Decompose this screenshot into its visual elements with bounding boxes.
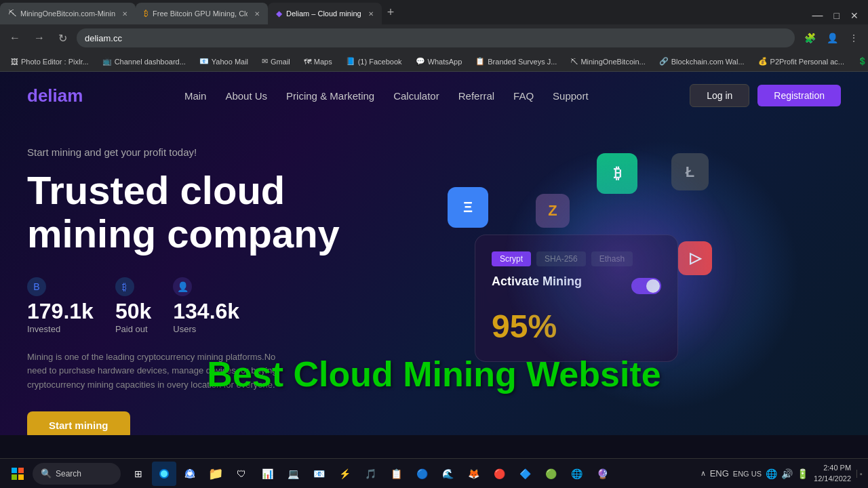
taskbar-clock[interactable]: 2:40 PM 12/14/2022 [814, 463, 851, 484]
register-button[interactable]: Registration [757, 85, 841, 106]
svg-point-5 [188, 472, 192, 476]
stat-paidout-value: 50k [115, 299, 151, 324]
tab-3-close[interactable]: ✕ [368, 10, 374, 18]
hero-title: Trusted cloud mining company [27, 169, 434, 256]
tabs-bar: ⛏ MiningOneBitcoin.com-Mining... ✕ ₿ Fre… [0, 0, 868, 24]
clock-time: 2:40 PM [814, 463, 851, 473]
taskbar-app-5[interactable]: 🛡 [229, 462, 254, 486]
taskbar-app-10[interactable]: 🎵 [358, 462, 382, 486]
nav-main[interactable]: Main [184, 90, 207, 102]
taskbar-app-7[interactable]: 💻 [281, 462, 305, 486]
taskbar-app-6[interactable]: 📊 [255, 462, 279, 486]
taskbar-app-17[interactable]: 🟢 [538, 462, 563, 486]
stat-users-icon: 👤 [173, 277, 192, 296]
settings-button[interactable]: ⋮ [845, 30, 863, 46]
clock-date: 12/14/2022 [814, 474, 851, 484]
taskbar-app-12[interactable]: 🔵 [410, 462, 434, 486]
network-icon: 🌐 [766, 468, 777, 479]
bookmark-maps[interactable]: 🗺Maps [298, 56, 338, 67]
taskbar-app-14[interactable]: 🦊 [461, 462, 486, 486]
bookmark-whatsapp[interactable]: 💬WhatsApp [410, 56, 468, 67]
ethereum-icon: Ξ [448, 187, 488, 228]
tab-3[interactable]: ◆ Deliam – Cloud mining ✕ [268, 3, 382, 24]
tron-icon: ▷ [678, 241, 712, 275]
minimize-button[interactable]: — [808, 7, 827, 24]
nav-faq[interactable]: FAQ [513, 90, 534, 102]
bookmark-facebook[interactable]: 📘(1) Facebook [340, 56, 408, 67]
script-tab-sha256[interactable]: SHA-256 [536, 251, 586, 266]
start-mining-button[interactable]: Start mining [27, 411, 130, 435]
nav-calculator[interactable]: Calculator [393, 90, 439, 102]
taskbar-edge[interactable] [152, 462, 176, 486]
taskbar-explorer[interactable]: 📁 [203, 462, 228, 486]
taskbar-search-box[interactable]: 🔍 Search [33, 463, 121, 485]
stats-row: B 179.1k Invested ₿ 50k Paid out 👤 134.6… [27, 277, 434, 334]
bookmark-adsense[interactable]: 💲Google AdSense [852, 56, 868, 67]
stat-paidout: ₿ 50k Paid out [115, 277, 151, 334]
svg-rect-0 [12, 468, 17, 473]
site-logo[interactable]: deliam [27, 85, 83, 106]
taskbar-app-18[interactable]: 🌐 [564, 462, 589, 486]
logo-colored: deli [27, 85, 58, 106]
taskbar-app-19[interactable]: 🔮 [590, 462, 614, 486]
taskbar-app-9[interactable]: ⚡ [332, 462, 357, 486]
bookmark-channel[interactable]: 📺Channel dashboard... [97, 56, 191, 67]
taskbar-search-icon: 🔍 [41, 468, 52, 479]
taskbar-apps: ⊞ 📁 🛡 📊 💻 📧 ⚡ 🎵 📋 🔵 🌊 🦊 🔴 🔷 🟢 🌐 🔮 [126, 462, 614, 486]
start-button[interactable] [5, 462, 30, 486]
nav-pricing[interactable]: Pricing & Marketing [286, 90, 374, 102]
bookmark-mining[interactable]: ⛏MiningOneBitcoin... [565, 56, 650, 67]
activate-mining-toggle[interactable] [631, 278, 661, 294]
nav-about[interactable]: About Us [225, 90, 267, 102]
tab-2-close[interactable]: ✕ [254, 10, 260, 18]
nav-icons: 🧩 👤 ⋮ [800, 30, 863, 46]
bookmark-pixlr[interactable]: 🖼Photo Editor : Pixlr... [5, 56, 94, 67]
bookmark-blockchain[interactable]: 🔗Blockchain.com Wal... [654, 56, 750, 67]
taskbar-app-11[interactable]: 📋 [384, 462, 408, 486]
tab-2[interactable]: ₿ Free Bitcoin GPU Mining, Cloud... ✕ [136, 3, 268, 24]
bookmark-gmail[interactable]: ✉Gmail [256, 56, 296, 67]
taskbar-search-text: Search [56, 469, 81, 479]
forward-button[interactable]: → [30, 29, 49, 47]
tab-1-favicon: ⛏ [8, 9, 16, 18]
nav-referral[interactable]: Referral [458, 90, 494, 102]
maximize-button[interactable]: □ [830, 7, 844, 24]
nav-support[interactable]: Support [553, 90, 589, 102]
lang-indicator[interactable]: ENG US [733, 470, 762, 478]
address-bar[interactable] [77, 28, 795, 47]
svg-rect-1 [18, 468, 24, 473]
bitcoin-icon: ₿ [597, 153, 637, 194]
bookmark-yahoo[interactable]: 📧Yahoo Mail [194, 56, 254, 67]
tab-2-favicon: ₿ [144, 9, 149, 18]
taskbar-app-8[interactable]: 📧 [307, 462, 331, 486]
taskbar-right: ∧ ENG ENG US 🌐 🔊 🔋 2:40 PM 12/14/2022 ▪ [701, 463, 863, 484]
tab-1-close[interactable]: ✕ [122, 10, 127, 18]
show-desktop[interactable]: ▪ [856, 470, 863, 478]
stat-invested-label: Invested [27, 324, 94, 334]
browser-chrome: ⛏ MiningOneBitcoin.com-Mining... ✕ ₿ Fre… [0, 0, 868, 72]
extensions-button[interactable]: 🧩 [800, 30, 820, 46]
stat-paidout-label: Paid out [115, 324, 151, 334]
back-button[interactable]: ← [5, 29, 24, 47]
logo-text: deliam [27, 85, 83, 106]
script-tab-ethash[interactable]: Ethash [591, 251, 633, 266]
tray-arrow[interactable]: ∧ [701, 469, 706, 478]
bookmark-surveys[interactable]: 📋Branded Surveys J... [470, 56, 562, 67]
close-button[interactable]: ✕ [846, 7, 863, 24]
taskbar-app-13[interactable]: 🌊 [435, 462, 460, 486]
refresh-button[interactable]: ↻ [54, 29, 71, 47]
script-tab-scrypt[interactable]: Scrypt [492, 251, 531, 266]
taskbar-app-16[interactable]: 🔷 [513, 462, 537, 486]
bookmark-p2profit[interactable]: 💰P2Profit Personal ac... [753, 56, 850, 67]
volume-icon[interactable]: 🔊 [781, 468, 793, 479]
login-button[interactable]: Log in [690, 84, 749, 107]
new-tab-button[interactable]: + [382, 5, 400, 20]
profile-button[interactable]: 👤 [823, 30, 842, 46]
tab-1[interactable]: ⛏ MiningOneBitcoin.com-Mining... ✕ [0, 3, 136, 24]
tab-1-title: MiningOneBitcoin.com-Mining... [20, 9, 115, 18]
taskbar-app-15[interactable]: 🔴 [487, 462, 511, 486]
taskbar-chrome[interactable] [178, 462, 202, 486]
hero-title-line2: mining company [27, 211, 340, 256]
taskbar: 🔍 Search ⊞ 📁 🛡 📊 💻 📧 ⚡ 🎵 📋 🔵 🌊 🦊 🔴 🔷 🟢 🌐 [0, 458, 868, 488]
taskbar-task-view[interactable]: ⊞ [126, 462, 151, 486]
